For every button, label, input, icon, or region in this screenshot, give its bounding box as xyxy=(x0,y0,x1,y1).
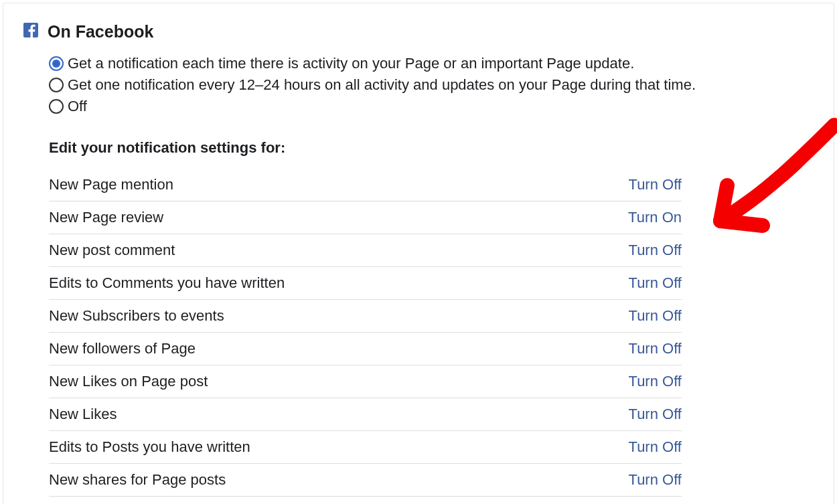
radio-label: Get a notification each time there is ac… xyxy=(68,55,634,72)
section-title: On Facebook xyxy=(48,22,153,41)
setting-label: New Likes on Page post xyxy=(49,373,208,390)
setting-row: New Likes Turn Off xyxy=(49,398,682,431)
toggle-link[interactable]: Turn Off xyxy=(629,274,682,292)
toggle-link[interactable]: Turn Off xyxy=(629,242,682,259)
setting-label: Edits to Posts you have written xyxy=(49,438,250,456)
setting-row: New Page mention Turn Off xyxy=(49,169,682,201)
setting-row: Edits to Comments you have written Turn … xyxy=(49,267,682,300)
setting-label: New post comment xyxy=(49,242,175,259)
facebook-icon xyxy=(23,23,38,37)
setting-row: New Subscribers to events Turn Off xyxy=(49,300,682,333)
setting-label: New Page mention xyxy=(49,176,173,193)
annotation-arrow-icon xyxy=(684,108,837,256)
edit-settings-subtitle: Edit your notification settings for: xyxy=(49,139,818,157)
toggle-link[interactable]: Turn Off xyxy=(629,438,682,456)
setting-label: Edits to Comments you have written xyxy=(49,274,285,292)
radio-label: Get one notification every 12–24 hours o… xyxy=(68,76,696,94)
toggle-link[interactable]: Turn On xyxy=(628,209,682,226)
setting-row: New post comment Turn Off xyxy=(49,234,682,267)
setting-row: New followers of Page Turn Off xyxy=(49,333,682,365)
radio-icon xyxy=(49,56,64,71)
setting-row: New Page review Turn On xyxy=(49,201,682,234)
radio-label: Off xyxy=(68,98,87,115)
radio-option-each-activity[interactable]: Get a notification each time there is ac… xyxy=(49,55,818,72)
setting-label: New followers of Page xyxy=(49,340,196,357)
toggle-link[interactable]: Turn Off xyxy=(629,176,682,193)
toggle-link[interactable]: Turn Off xyxy=(629,471,682,489)
setting-label: New shares for Page posts xyxy=(49,471,226,489)
header-row: On Facebook xyxy=(19,22,818,41)
setting-row: New shares for Page posts Turn Off xyxy=(49,464,682,497)
radio-option-off[interactable]: Off xyxy=(49,98,818,115)
setting-label: New Likes xyxy=(49,406,117,423)
radio-option-digest[interactable]: Get one notification every 12–24 hours o… xyxy=(49,76,818,94)
radio-icon xyxy=(49,99,64,114)
toggle-link[interactable]: Turn Off xyxy=(629,406,682,423)
radio-icon xyxy=(49,78,64,92)
toggle-link[interactable]: Turn Off xyxy=(629,340,682,357)
setting-row: Edits to Posts you have written Turn Off xyxy=(49,431,682,464)
notification-settings-panel: On Facebook Get a notification each time… xyxy=(3,3,834,504)
setting-label: New Subscribers to events xyxy=(49,307,224,325)
toggle-link[interactable]: Turn Off xyxy=(629,307,682,325)
setting-label: New Page review xyxy=(49,209,163,226)
setting-row: New Likes on Page post Turn Off xyxy=(49,365,682,398)
settings-list: New Page mention Turn Off New Page revie… xyxy=(49,169,682,497)
radio-group: Get a notification each time there is ac… xyxy=(49,55,818,115)
toggle-link[interactable]: Turn Off xyxy=(629,373,682,390)
